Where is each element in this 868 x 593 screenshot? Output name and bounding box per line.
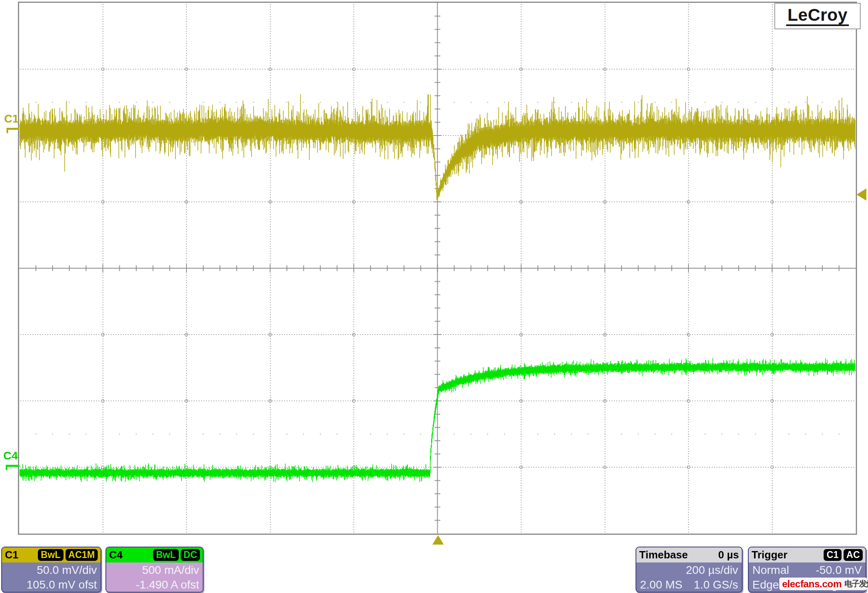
c1-box-body: 50.0 mV/div 105.0 mV ofst xyxy=(2,562,101,593)
c4-amps-per-div: 500 mA/div xyxy=(106,563,203,578)
trigger-box-title: Trigger xyxy=(752,549,787,561)
lecroy-logo: LeCroy xyxy=(774,3,861,29)
c1-box-title: C1 xyxy=(5,549,18,561)
c1-bandwidth-limit-badge[interactable]: BwL xyxy=(38,549,64,561)
c4-badges: BwL DC xyxy=(153,549,200,561)
watermark: elecfans.com 电子发烧友 xyxy=(779,578,867,590)
c1-trace-label: C1 xyxy=(4,113,19,125)
c4-box-title: C4 xyxy=(109,549,123,561)
scope-display-graticule xyxy=(0,0,868,593)
c4-offset: -1.490 A ofst xyxy=(106,578,203,592)
trigger-coupling-badge[interactable]: AC xyxy=(844,549,863,561)
oscilloscope-screen: C1 C4 LeCroy C1 BwL AC1M 50.0 mV/div 105… xyxy=(0,0,868,593)
c4-box-body: 500 mA/div -1.490 A ofst xyxy=(106,562,203,593)
c1-volts-per-div: 50.0 mV/div xyxy=(2,563,101,578)
timebase-box-body: 200 µs/div 2.00 MS 1.0 GS/s xyxy=(636,562,742,593)
channel-c1-descriptor-box[interactable]: C1 BwL AC1M 50.0 mV/div 105.0 mV ofst xyxy=(1,547,101,593)
c1-box-header: C1 BwL AC1M xyxy=(2,547,101,562)
timebase-record-length: 2.00 MS xyxy=(640,578,682,591)
c4-box-header: C4 BwL DC xyxy=(106,547,203,562)
c4-coupling-badge[interactable]: DC xyxy=(181,549,200,561)
watermark-site-text: elecfans.com xyxy=(782,578,842,590)
trigger-badges: C1 AC xyxy=(824,549,863,561)
timebase-delay-value: 0 µs xyxy=(718,549,739,561)
c1-coupling-badge[interactable]: AC1M xyxy=(66,549,98,561)
trigger-mode: Normal xyxy=(752,564,789,577)
c4-trace-label: C4 xyxy=(3,450,18,462)
trigger-box-header: Trigger C1 AC xyxy=(749,547,866,562)
c4-bandwidth-limit-badge[interactable]: BwL xyxy=(153,549,179,561)
timebase-sampling-row: 2.00 MS 1.0 GS/s xyxy=(636,578,742,592)
lecroy-logo-text: LeCroy xyxy=(786,6,849,26)
timebase-box-title: Timebase xyxy=(639,549,688,561)
timebase-sample-rate: 1.0 GS/s xyxy=(694,578,738,591)
trigger-source-badge[interactable]: C1 xyxy=(824,549,841,561)
channel-c4-descriptor-box[interactable]: C4 BwL DC 500 mA/div -1.490 A ofst xyxy=(105,547,204,593)
trigger-mode-row: Normal -50.0 mV xyxy=(749,563,866,578)
timebase-descriptor-box[interactable]: Timebase 0 µs 200 µs/div 2.00 MS 1.0 GS/… xyxy=(636,547,743,593)
timebase-box-header: Timebase 0 µs xyxy=(636,547,742,562)
c1-offset: 105.0 mV ofst xyxy=(2,578,101,592)
trigger-level: -50.0 mV xyxy=(815,564,862,577)
c1-badges: BwL AC1M xyxy=(38,549,98,561)
trigger-type: Edge xyxy=(752,578,779,591)
watermark-chinese-text: 电子发烧友 xyxy=(844,578,868,589)
timebase-time-per-div: 200 µs/div xyxy=(636,563,742,578)
